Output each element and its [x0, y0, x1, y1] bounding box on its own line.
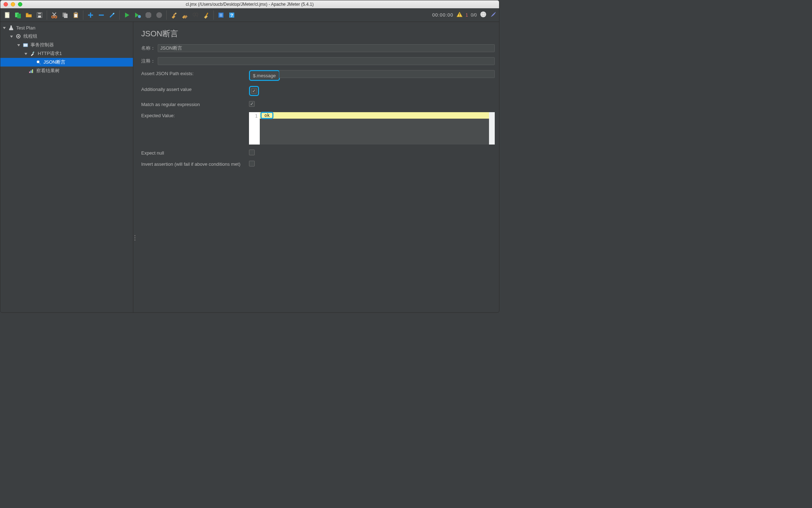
minimize-window-button[interactable]	[11, 2, 15, 6]
match-regex-checkbox[interactable]	[249, 101, 255, 107]
svg-marker-45	[3, 27, 6, 29]
expand-icon[interactable]	[86, 10, 95, 20]
expected-value-label: Expected Value:	[141, 112, 249, 118]
svg-point-53	[37, 60, 40, 63]
svg-marker-22	[125, 13, 129, 18]
svg-point-42	[480, 12, 486, 17]
comment-input[interactable]	[158, 57, 495, 65]
window-controls	[4, 2, 22, 6]
name-label: 名称：	[141, 44, 158, 51]
feather-icon[interactable]	[490, 11, 497, 19]
panel-title: JSON断言	[141, 28, 495, 39]
svg-text:?: ?	[230, 13, 233, 18]
function-helper-icon[interactable]	[216, 10, 226, 20]
tree-label: Test Plan	[16, 25, 35, 31]
chevron-down-icon[interactable]	[24, 51, 28, 56]
assert-path-input-tail[interactable]	[279, 70, 495, 78]
editor-gutter: 1	[249, 112, 260, 145]
svg-line-54	[39, 63, 41, 64]
search-icon[interactable]	[191, 10, 200, 20]
clear-icon[interactable]: ✦	[169, 10, 179, 20]
toggle-icon[interactable]	[107, 10, 117, 20]
chart-icon	[28, 68, 34, 74]
svg-rect-33	[206, 13, 208, 16]
svg-rect-13	[64, 14, 68, 18]
svg-rect-3	[17, 14, 21, 18]
expect-null-label: Expect null	[141, 150, 249, 156]
start-no-pause-icon[interactable]	[133, 10, 142, 20]
svg-point-26	[156, 12, 162, 18]
invert-assertion-checkbox[interactable]	[249, 161, 255, 166]
assert-path-label: Assert JSON Path exists:	[141, 70, 249, 76]
main-body: Test Plan 线程组 事务控制器 HTTP请求1	[0, 22, 499, 312]
save-file-icon[interactable]	[35, 10, 44, 20]
tree-node-thread-group[interactable]: 线程组	[0, 32, 133, 41]
cut-icon[interactable]	[50, 10, 59, 20]
dropper-icon	[30, 51, 36, 56]
splitter-handle[interactable]	[134, 235, 135, 241]
svg-rect-56	[31, 70, 32, 73]
clear-all-icon[interactable]	[180, 10, 189, 20]
name-input[interactable]	[158, 44, 495, 52]
tree-label: 线程组	[23, 33, 37, 40]
svg-marker-51	[24, 53, 27, 55]
close-window-button[interactable]	[4, 2, 8, 6]
tree-label: 察看结果树	[36, 68, 60, 74]
chevron-down-icon[interactable]	[17, 43, 21, 47]
maximize-window-button[interactable]	[18, 2, 22, 6]
tree-label: JSON断言	[43, 59, 65, 65]
new-file-icon[interactable]	[3, 10, 12, 20]
invert-assertion-label: Invert assertion (will fail if above con…	[141, 161, 249, 167]
highlight-json-path	[249, 70, 280, 81]
svg-marker-46	[10, 36, 13, 38]
tree-node-http-request[interactable]: HTTP请求1	[0, 49, 133, 58]
controller-icon	[23, 42, 28, 48]
start-icon[interactable]	[122, 10, 132, 20]
open-file-icon[interactable]	[24, 10, 33, 20]
stop-icon[interactable]	[144, 10, 153, 20]
elapsed-time: 00:00:00	[432, 12, 453, 18]
additionally-assert-checkbox[interactable]	[251, 88, 257, 94]
collapse-icon[interactable]	[97, 10, 106, 20]
help-icon[interactable]: ?	[227, 10, 236, 20]
svg-text:✦: ✦	[175, 12, 177, 15]
expect-null-checkbox[interactable]	[249, 150, 255, 155]
flask-icon	[8, 25, 14, 31]
window-title: cl.jmx (/Users/oucb/Desktop/JMeter/cl.jm…	[0, 2, 499, 7]
gear-icon	[15, 33, 21, 39]
paste-icon[interactable]	[71, 10, 80, 20]
svg-marker-25	[146, 12, 151, 18]
tree-node-transaction-controller[interactable]: 事务控制器	[0, 41, 133, 49]
svg-point-24	[138, 15, 141, 18]
shutdown-icon[interactable]	[154, 10, 164, 20]
warning-icon[interactable]: !	[456, 11, 463, 19]
titlebar: cl.jmx (/Users/oucb/Desktop/JMeter/cl.jm…	[0, 0, 499, 8]
tree-node-json-assertion[interactable]: JSON断言	[0, 58, 133, 67]
svg-text:!: !	[459, 13, 460, 17]
warning-count: 1	[466, 13, 468, 18]
tree-node-view-results-tree[interactable]: 察看结果树	[0, 67, 133, 75]
highlight-additionally-assert	[249, 86, 259, 96]
tree-node-test-plan[interactable]: Test Plan	[0, 23, 133, 32]
chevron-down-icon[interactable]	[3, 26, 7, 30]
comment-label: 注释：	[141, 57, 158, 64]
svg-rect-15	[75, 12, 77, 13]
svg-point-48	[18, 36, 19, 37]
svg-point-21	[113, 13, 114, 14]
chevron-down-icon[interactable]	[10, 34, 14, 38]
editor-scrollbar[interactable]	[489, 112, 495, 145]
svg-rect-50	[23, 44, 28, 47]
svg-rect-16	[74, 14, 77, 17]
assert-path-input[interactable]	[251, 72, 278, 79]
templates-icon[interactable]	[13, 10, 23, 20]
svg-rect-4	[26, 13, 28, 14]
app-window: cl.jmx (/Users/oucb/Desktop/JMeter/cl.jm…	[0, 0, 499, 313]
sphere-icon[interactable]	[480, 11, 487, 19]
additionally-assert-label: Additionally assert value	[141, 86, 249, 92]
svg-marker-49	[17, 44, 20, 46]
copy-icon[interactable]	[60, 10, 70, 20]
thread-ratio: 0/0	[471, 13, 477, 18]
reset-search-icon[interactable]	[202, 10, 211, 20]
test-plan-tree[interactable]: Test Plan 线程组 事务控制器 HTTP请求1	[0, 22, 133, 312]
expected-value-editor[interactable]: 1 ok	[249, 112, 495, 145]
